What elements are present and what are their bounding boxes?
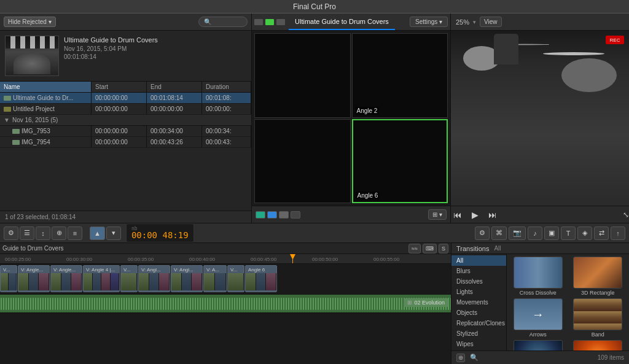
trans-item-band[interactable]: Band [569, 298, 627, 338]
clip[interactable]: V... [120, 265, 138, 292]
cell-name: IMG_7954 [0, 137, 92, 147]
trans-label-arrows: Arrows [529, 331, 547, 338]
viewer-tab-icons [254, 14, 285, 30]
tool-button-2[interactable]: ☰ [20, 227, 34, 240]
trans-install-button[interactable]: ⊕ [456, 354, 465, 362]
trans-item-cross-dissolve[interactable]: Cross Dissolve [509, 257, 567, 296]
trans-cat-wipes[interactable]: Wipes [451, 339, 506, 349]
cell-duration: 00:01:08: [202, 93, 251, 103]
tool-text[interactable]: T [561, 227, 576, 240]
timeline-title: Guide to Drum Covers [2, 245, 63, 252]
trans-cat-objects[interactable]: Objects [451, 308, 506, 318]
trans-item-arrows[interactable]: → Arrows [509, 298, 567, 338]
fullscreen-button[interactable]: ⤡ [623, 211, 629, 219]
browser-search-input[interactable] [198, 17, 248, 27]
clip[interactable]: V... [0, 265, 17, 292]
tool-button-5[interactable]: ≡ [68, 227, 82, 240]
tool-music[interactable]: ♪ [528, 227, 542, 240]
audio-clip-label[interactable]: ⊞ 02 Evolution [404, 298, 448, 307]
color-blue-button[interactable] [267, 211, 277, 219]
trans-cat-dissolves[interactable]: Dissolves [451, 276, 506, 287]
table-row[interactable]: IMG_7954 00:00:00:00 00:00:43:26 00:00:4… [0, 137, 251, 148]
clip[interactable]: V: Angle 4 |... [83, 265, 120, 292]
tool-share[interactable]: ↑ [611, 227, 625, 240]
tab-icon-active [265, 19, 274, 25]
main-preview[interactable]: REC [451, 31, 629, 206]
media-date: Nov 16, 2015, 5:04 PM [64, 45, 158, 52]
select-dropdown-button[interactable]: ▾ [106, 227, 121, 240]
timeline-solo-btn[interactable]: S [439, 244, 448, 254]
trans-cat-replicator[interactable]: Replicator/Clones [451, 318, 506, 328]
trans-cat-stylized[interactable]: Stylized [451, 328, 506, 339]
color-green-button[interactable] [256, 211, 265, 219]
trans-search-icon[interactable]: 🔍 [470, 354, 479, 362]
col-header-name[interactable]: Name [0, 82, 92, 92]
timeline-waveform-btn[interactable]: ≈≈ [408, 244, 421, 254]
section-header[interactable]: ▼ Nov 16, 2015 (5) [0, 115, 251, 126]
cell-name: Untitled Project [0, 104, 92, 114]
browser-status: 1 of 23 selected, 01:08:14 [0, 211, 251, 223]
col-header-start[interactable]: Start [92, 82, 147, 92]
tool-button-1[interactable]: ⚙ [4, 227, 18, 240]
left-tool-group: ⚙ ☰ ↕ ⊕ ≡ [4, 227, 82, 240]
thumb-img [6, 36, 58, 76]
angle-cell-1[interactable] [254, 33, 351, 118]
tool-gen[interactable]: ◈ [577, 227, 592, 240]
clip[interactable]: V: A... [203, 265, 227, 292]
trans-item-3d-rect[interactable]: 3D Rectangle [569, 257, 627, 296]
tab-icon-2 [276, 19, 285, 25]
play-button[interactable]: ▶ [469, 209, 481, 221]
media-title: Ultimate Guide to Drum Covers [64, 36, 158, 44]
view-button[interactable]: View [480, 17, 502, 27]
angle-cell-6[interactable]: Angle 6 [352, 119, 448, 204]
clip[interactable]: V: Angl... [171, 265, 203, 292]
tool-trans[interactable]: ⇄ [594, 227, 609, 240]
trans-label-cross-dissolve: Cross Dissolve [520, 290, 557, 296]
go-to-start-button[interactable]: ⏮ [451, 209, 464, 221]
playhead-ruler [292, 254, 293, 263]
rec-button[interactable]: REC [606, 36, 624, 44]
trans-cat-lights[interactable]: Lights [451, 287, 506, 297]
tool-camera[interactable]: 📷 [509, 227, 526, 240]
angle-label-6: Angle 6 [356, 192, 380, 199]
col-header-end[interactable]: End [147, 82, 202, 92]
viewer-tabs: Ultimate Guide to Drum Covers Settings ▾ [252, 14, 450, 31]
tool-magnet[interactable]: ⌘ [491, 227, 507, 240]
col-header-duration[interactable]: Duration [202, 82, 251, 92]
trans-item-black-hole[interactable]: Black Hole [509, 340, 567, 350]
viewer-tab-main[interactable]: Ultimate Guide to Drum Covers [289, 14, 395, 30]
clip[interactable]: V: Angle... [50, 265, 82, 292]
clip[interactable]: V... [227, 265, 244, 292]
trans-cat-movements[interactable]: Movements [451, 297, 506, 308]
table-header: Name Start End Duration [0, 82, 251, 93]
clip-angle6[interactable]: Angle 6 [245, 265, 277, 292]
angle-cell-3[interactable] [254, 119, 351, 204]
table-row[interactable]: Ultimate Guide to Dr... 00:00:00:00 00:0… [0, 93, 251, 104]
transitions-all-label[interactable]: All [494, 245, 501, 252]
tool-button-4[interactable]: ⊕ [52, 227, 66, 240]
cell-end: 00:00:43:26 [147, 137, 202, 147]
timeline-tracks[interactable]: V... V: Angle... [0, 264, 451, 364]
angle-cell-2[interactable]: Angle 2 [352, 33, 448, 118]
trans-cat-blurs[interactable]: Blurs [451, 266, 506, 276]
trans-item-bloom[interactable]: Bloom [569, 340, 627, 350]
clip[interactable]: V: Angl... [138, 265, 170, 292]
color-gray2-button[interactable] [291, 211, 300, 219]
ruler-mark-6: 00:00:50:00 [312, 257, 338, 262]
tool-wrench[interactable]: ⚙ [475, 227, 490, 240]
trans-count: 109 items [598, 354, 624, 361]
clip[interactable]: V: Angle... [18, 265, 50, 292]
tool-button-3[interactable]: ↕ [36, 227, 50, 240]
tool-clip[interactable]: ▣ [544, 227, 559, 240]
table-row[interactable]: IMG_7953 00:00:00:00 00:00:34:00 00:00:3… [0, 126, 251, 137]
color-gray-button[interactable] [279, 211, 289, 219]
trans-cat-all[interactable]: All [451, 255, 506, 266]
go-to-end-button[interactable]: ⏭ [486, 209, 499, 221]
view-size-button[interactable]: ⊞ ▾ [428, 209, 447, 220]
timeline-skimmer-btn[interactable]: ⌨ [423, 244, 437, 254]
select-tool-button[interactable]: ▲ [90, 227, 105, 240]
hide-rejected-button[interactable]: Hide Rejected ▾ [4, 17, 56, 27]
settings-button[interactable]: Settings ▾ [410, 17, 448, 27]
media-thumbnail[interactable] [5, 36, 59, 76]
table-row[interactable]: Untitled Project 00:00:00:00 00:00:00:00… [0, 104, 251, 115]
